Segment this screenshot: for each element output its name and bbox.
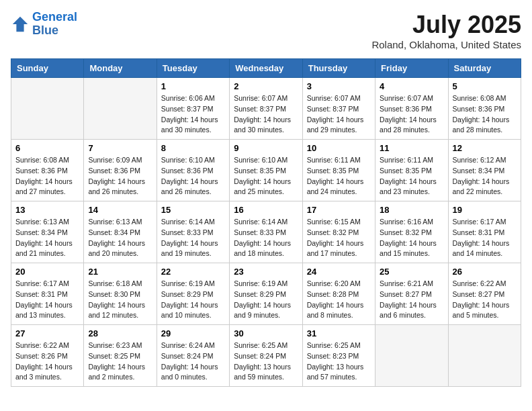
day-number: 3	[307, 81, 371, 91]
svg-marker-0	[13, 17, 28, 32]
day-info: Sunrise: 6:09 AM Sunset: 8:36 PM Dayligh…	[88, 155, 152, 197]
logo: General Blue	[11, 11, 77, 38]
calendar-cell: 15Sunrise: 6:14 AM Sunset: 8:33 PM Dayli…	[157, 201, 229, 263]
calendar-cell: 27Sunrise: 6:22 AM Sunset: 8:26 PM Dayli…	[11, 325, 84, 387]
day-info: Sunrise: 6:17 AM Sunset: 8:31 PM Dayligh…	[15, 279, 79, 321]
day-number: 20	[15, 267, 79, 277]
calendar-week-row: 13Sunrise: 6:13 AM Sunset: 8:34 PM Dayli…	[11, 201, 521, 263]
day-info: Sunrise: 6:10 AM Sunset: 8:35 PM Dayligh…	[234, 155, 298, 197]
day-number: 29	[161, 328, 225, 338]
day-info: Sunrise: 6:15 AM Sunset: 8:32 PM Dayligh…	[307, 217, 371, 259]
calendar-cell: 8Sunrise: 6:10 AM Sunset: 8:36 PM Daylig…	[157, 140, 229, 201]
day-number: 24	[307, 267, 371, 277]
day-number: 11	[380, 143, 443, 153]
title-block: July 2025 Roland, Oklahoma, United State…	[371, 11, 521, 50]
calendar-cell: 25Sunrise: 6:21 AM Sunset: 8:27 PM Dayli…	[375, 263, 448, 325]
day-number: 23	[234, 267, 298, 277]
calendar-cell: 21Sunrise: 6:18 AM Sunset: 8:30 PM Dayli…	[84, 263, 157, 325]
day-number: 10	[307, 143, 371, 153]
calendar: SundayMondayTuesdayWednesdayThursdayFrid…	[11, 58, 521, 387]
weekday-header: Thursday	[302, 59, 375, 78]
day-number: 16	[234, 205, 298, 215]
calendar-cell: 17Sunrise: 6:15 AM Sunset: 8:32 PM Dayli…	[302, 201, 375, 263]
calendar-cell: 28Sunrise: 6:23 AM Sunset: 8:25 PM Dayli…	[84, 325, 157, 387]
day-number: 30	[234, 328, 298, 338]
weekday-header-row: SundayMondayTuesdayWednesdayThursdayFrid…	[11, 59, 521, 78]
day-info: Sunrise: 6:17 AM Sunset: 8:31 PM Dayligh…	[453, 217, 517, 259]
calendar-cell: 7Sunrise: 6:09 AM Sunset: 8:36 PM Daylig…	[84, 140, 157, 201]
calendar-cell: 11Sunrise: 6:11 AM Sunset: 8:35 PM Dayli…	[375, 140, 448, 201]
calendar-cell: 29Sunrise: 6:24 AM Sunset: 8:24 PM Dayli…	[157, 325, 229, 387]
day-info: Sunrise: 6:14 AM Sunset: 8:33 PM Dayligh…	[234, 217, 298, 259]
day-info: Sunrise: 6:16 AM Sunset: 8:32 PM Dayligh…	[380, 217, 443, 259]
calendar-body: 1Sunrise: 6:06 AM Sunset: 8:37 PM Daylig…	[11, 78, 521, 387]
day-number: 15	[161, 205, 225, 215]
weekday-header: Friday	[375, 59, 448, 78]
day-number: 5	[453, 81, 517, 91]
location: Roland, Oklahoma, United States	[371, 39, 521, 50]
logo-text: General Blue	[32, 11, 77, 38]
calendar-cell: 16Sunrise: 6:14 AM Sunset: 8:33 PM Dayli…	[230, 201, 302, 263]
day-info: Sunrise: 6:08 AM Sunset: 8:36 PM Dayligh…	[15, 155, 79, 197]
day-info: Sunrise: 6:07 AM Sunset: 8:37 PM Dayligh…	[307, 93, 371, 136]
calendar-cell: 31Sunrise: 6:25 AM Sunset: 8:23 PM Dayli…	[302, 325, 375, 387]
calendar-week-row: 1Sunrise: 6:06 AM Sunset: 8:37 PM Daylig…	[11, 78, 521, 140]
day-info: Sunrise: 6:20 AM Sunset: 8:28 PM Dayligh…	[307, 279, 371, 321]
calendar-cell: 6Sunrise: 6:08 AM Sunset: 8:36 PM Daylig…	[11, 140, 84, 201]
day-info: Sunrise: 6:13 AM Sunset: 8:34 PM Dayligh…	[15, 217, 79, 259]
day-info: Sunrise: 6:25 AM Sunset: 8:24 PM Dayligh…	[234, 340, 298, 383]
weekday-header: Monday	[84, 59, 157, 78]
day-info: Sunrise: 6:14 AM Sunset: 8:33 PM Dayligh…	[161, 217, 225, 259]
day-number: 6	[15, 143, 79, 153]
month-title: July 2025	[371, 11, 521, 39]
calendar-week-row: 27Sunrise: 6:22 AM Sunset: 8:26 PM Dayli…	[11, 325, 521, 387]
calendar-cell: 23Sunrise: 6:19 AM Sunset: 8:29 PM Dayli…	[230, 263, 302, 325]
day-number: 1	[161, 81, 225, 91]
day-info: Sunrise: 6:07 AM Sunset: 8:36 PM Dayligh…	[380, 93, 443, 136]
calendar-cell	[84, 78, 157, 140]
calendar-cell: 4Sunrise: 6:07 AM Sunset: 8:36 PM Daylig…	[375, 78, 448, 140]
calendar-cell: 12Sunrise: 6:12 AM Sunset: 8:34 PM Dayli…	[448, 140, 521, 201]
weekday-header: Saturday	[448, 59, 521, 78]
day-info: Sunrise: 6:12 AM Sunset: 8:34 PM Dayligh…	[453, 155, 517, 197]
day-number: 12	[453, 143, 517, 153]
day-number: 9	[234, 143, 298, 153]
page-header: General Blue July 2025 Roland, Oklahoma,…	[11, 11, 521, 50]
day-info: Sunrise: 6:08 AM Sunset: 8:36 PM Dayligh…	[453, 93, 517, 136]
calendar-cell: 10Sunrise: 6:11 AM Sunset: 8:35 PM Dayli…	[302, 140, 375, 201]
calendar-cell: 22Sunrise: 6:19 AM Sunset: 8:29 PM Dayli…	[157, 263, 229, 325]
calendar-cell: 14Sunrise: 6:13 AM Sunset: 8:34 PM Dayli…	[84, 201, 157, 263]
calendar-cell: 26Sunrise: 6:22 AM Sunset: 8:27 PM Dayli…	[448, 263, 521, 325]
day-info: Sunrise: 6:11 AM Sunset: 8:35 PM Dayligh…	[380, 155, 443, 197]
calendar-cell	[11, 78, 84, 140]
calendar-cell	[375, 325, 448, 387]
day-info: Sunrise: 6:10 AM Sunset: 8:36 PM Dayligh…	[161, 155, 225, 197]
day-number: 4	[380, 81, 443, 91]
logo-icon	[11, 15, 30, 34]
day-number: 26	[453, 267, 517, 277]
day-number: 21	[88, 267, 152, 277]
weekday-header: Tuesday	[157, 59, 229, 78]
calendar-cell: 9Sunrise: 6:10 AM Sunset: 8:35 PM Daylig…	[230, 140, 302, 201]
day-number: 17	[307, 205, 371, 215]
day-info: Sunrise: 6:13 AM Sunset: 8:34 PM Dayligh…	[88, 217, 152, 259]
calendar-cell: 1Sunrise: 6:06 AM Sunset: 8:37 PM Daylig…	[157, 78, 229, 140]
weekday-header: Sunday	[11, 59, 84, 78]
calendar-cell: 18Sunrise: 6:16 AM Sunset: 8:32 PM Dayli…	[375, 201, 448, 263]
day-info: Sunrise: 6:25 AM Sunset: 8:23 PM Dayligh…	[307, 340, 371, 383]
day-info: Sunrise: 6:18 AM Sunset: 8:30 PM Dayligh…	[88, 279, 152, 321]
day-number: 28	[88, 328, 152, 338]
day-number: 8	[161, 143, 225, 153]
calendar-week-row: 6Sunrise: 6:08 AM Sunset: 8:36 PM Daylig…	[11, 140, 521, 201]
calendar-cell: 3Sunrise: 6:07 AM Sunset: 8:37 PM Daylig…	[302, 78, 375, 140]
day-number: 13	[15, 205, 79, 215]
day-info: Sunrise: 6:23 AM Sunset: 8:25 PM Dayligh…	[88, 340, 152, 383]
calendar-cell	[448, 325, 521, 387]
calendar-cell: 20Sunrise: 6:17 AM Sunset: 8:31 PM Dayli…	[11, 263, 84, 325]
day-info: Sunrise: 6:07 AM Sunset: 8:37 PM Dayligh…	[234, 93, 298, 136]
day-number: 22	[161, 267, 225, 277]
calendar-cell: 24Sunrise: 6:20 AM Sunset: 8:28 PM Dayli…	[302, 263, 375, 325]
calendar-week-row: 20Sunrise: 6:17 AM Sunset: 8:31 PM Dayli…	[11, 263, 521, 325]
calendar-cell: 13Sunrise: 6:13 AM Sunset: 8:34 PM Dayli…	[11, 201, 84, 263]
day-info: Sunrise: 6:22 AM Sunset: 8:27 PM Dayligh…	[453, 279, 517, 321]
